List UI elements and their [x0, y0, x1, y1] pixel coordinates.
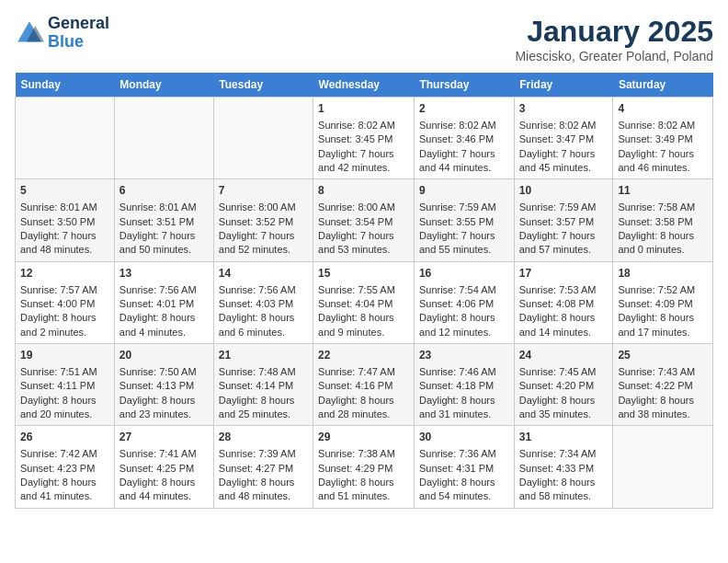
calendar-cell: 20Sunrise: 7:50 AMSunset: 4:13 PMDayligh… [114, 344, 213, 426]
cell-content: Sunrise: 8:02 AM [318, 119, 409, 132]
cell-content: Sunset: 3:47 PM [519, 132, 609, 146]
week-row-2: 12Sunrise: 7:57 AMSunset: 4:00 PMDayligh… [16, 261, 713, 343]
cell-content: Sunrise: 7:58 AM [618, 201, 708, 214]
calendar-cell: 4Sunrise: 8:02 AMSunset: 3:49 PMDaylight… [613, 98, 713, 179]
cell-content: Daylight: 8 hours and 41 minutes. [20, 476, 109, 504]
day-number: 25 [618, 348, 708, 363]
day-number: 18 [618, 266, 708, 282]
calendar-cell: 28Sunrise: 7:39 AMSunset: 4:27 PMDayligh… [213, 426, 313, 508]
calendar-cell: 21Sunrise: 7:48 AMSunset: 4:14 PMDayligh… [213, 344, 313, 426]
calendar-cell: 1Sunrise: 8:02 AMSunset: 3:45 PMDaylight… [313, 98, 415, 179]
day-number: 30 [419, 430, 509, 445]
page-title: January 2025 [515, 15, 713, 49]
week-row-4: 26Sunrise: 7:42 AMSunset: 4:23 PMDayligh… [16, 426, 713, 508]
calendar-cell: 26Sunrise: 7:42 AMSunset: 4:23 PMDayligh… [16, 426, 115, 508]
cell-content: Daylight: 8 hours and 9 minutes. [318, 311, 409, 339]
cell-content: Sunrise: 7:56 AM [219, 283, 308, 297]
cell-content: Sunset: 4:04 PM [318, 297, 409, 311]
cell-content: Daylight: 7 hours and 55 minutes. [419, 229, 509, 258]
cell-content: Sunrise: 7:57 AM [20, 283, 109, 297]
cell-content: Sunrise: 7:41 AM [119, 447, 209, 461]
page-header: General Blue January 2025 Miescisko, Gre… [15, 15, 713, 63]
header-tuesday: Tuesday [213, 73, 313, 98]
cell-content: Sunrise: 7:45 AM [519, 365, 609, 379]
day-number: 19 [20, 348, 109, 363]
cell-content: Sunrise: 7:48 AM [219, 365, 308, 379]
calendar-cell: 23Sunrise: 7:46 AMSunset: 4:18 PMDayligh… [414, 344, 514, 426]
cell-content: Sunset: 4:23 PM [20, 462, 109, 476]
day-number: 3 [519, 101, 609, 117]
day-number: 6 [119, 183, 209, 199]
cell-content: Sunset: 3:46 PM [419, 132, 509, 146]
cell-content: Daylight: 8 hours and 51 minutes. [318, 476, 409, 504]
cell-content: Daylight: 7 hours and 52 minutes. [219, 229, 308, 258]
cell-content: Sunrise: 8:02 AM [618, 119, 708, 132]
cell-content: Sunset: 3:51 PM [119, 215, 209, 229]
cell-content: Sunrise: 8:02 AM [419, 119, 509, 132]
day-number: 24 [519, 348, 609, 363]
calendar-cell: 18Sunrise: 7:52 AMSunset: 4:09 PMDayligh… [613, 261, 713, 343]
cell-content: Daylight: 7 hours and 53 minutes. [318, 229, 409, 258]
cell-content: Sunset: 4:01 PM [119, 297, 209, 311]
cell-content: Daylight: 8 hours and 25 minutes. [219, 394, 308, 422]
cell-content: Daylight: 8 hours and 28 minutes. [318, 394, 409, 422]
week-row-1: 5Sunrise: 8:01 AMSunset: 3:50 PMDaylight… [16, 179, 713, 261]
cell-content: Sunrise: 7:56 AM [119, 283, 209, 297]
calendar-cell [114, 98, 213, 179]
calendar-cell: 6Sunrise: 8:01 AMSunset: 3:51 PMDaylight… [114, 179, 213, 261]
cell-content: Sunset: 4:11 PM [20, 379, 109, 393]
cell-content: Daylight: 8 hours and 0 minutes. [618, 229, 708, 258]
header-wednesday: Wednesday [313, 73, 415, 98]
cell-content: Sunrise: 7:43 AM [618, 365, 708, 379]
cell-content: Sunrise: 8:00 AM [219, 201, 308, 214]
calendar-cell: 25Sunrise: 7:43 AMSunset: 4:22 PMDayligh… [613, 344, 713, 426]
cell-content: Sunrise: 7:36 AM [419, 447, 509, 461]
cell-content: Sunset: 3:50 PM [20, 215, 109, 229]
cell-content: Sunrise: 7:59 AM [419, 201, 509, 214]
calendar-cell: 14Sunrise: 7:56 AMSunset: 4:03 PMDayligh… [213, 261, 313, 343]
cell-content: Daylight: 7 hours and 42 minutes. [318, 147, 409, 176]
cell-content: Sunrise: 8:00 AM [318, 201, 409, 214]
cell-content: Sunrise: 7:47 AM [318, 365, 409, 379]
day-number: 13 [119, 266, 209, 282]
cell-content: Daylight: 7 hours and 57 minutes. [519, 229, 609, 258]
calendar-cell: 2Sunrise: 8:02 AMSunset: 3:46 PMDaylight… [414, 98, 514, 179]
cell-content: Daylight: 8 hours and 20 minutes. [20, 394, 109, 422]
cell-content: Sunrise: 7:38 AM [318, 447, 409, 461]
cell-content: Sunset: 4:27 PM [219, 462, 308, 476]
cell-content: Sunset: 4:13 PM [119, 379, 209, 393]
cell-content: Daylight: 8 hours and 44 minutes. [119, 476, 209, 504]
logo-line1: General [48, 15, 109, 33]
cell-content: Daylight: 7 hours and 50 minutes. [119, 229, 209, 258]
calendar-cell: 29Sunrise: 7:38 AMSunset: 4:29 PMDayligh… [313, 426, 415, 508]
calendar-header-row: SundayMondayTuesdayWednesdayThursdayFrid… [16, 73, 713, 98]
cell-content: Sunrise: 8:01 AM [119, 201, 209, 214]
cell-content: Sunset: 4:09 PM [618, 297, 708, 311]
day-number: 10 [519, 183, 609, 199]
calendar-cell: 31Sunrise: 7:34 AMSunset: 4:33 PMDayligh… [514, 426, 613, 508]
calendar-cell: 22Sunrise: 7:47 AMSunset: 4:16 PMDayligh… [313, 344, 415, 426]
calendar-cell: 12Sunrise: 7:57 AMSunset: 4:00 PMDayligh… [16, 261, 115, 343]
day-number: 22 [318, 348, 409, 363]
cell-content: Daylight: 8 hours and 38 minutes. [618, 394, 708, 422]
cell-content: Sunrise: 7:59 AM [519, 201, 609, 214]
day-number: 14 [219, 266, 308, 282]
day-number: 9 [419, 183, 509, 199]
calendar-cell: 11Sunrise: 7:58 AMSunset: 3:58 PMDayligh… [613, 179, 713, 261]
day-number: 27 [119, 430, 209, 445]
calendar-cell: 13Sunrise: 7:56 AMSunset: 4:01 PMDayligh… [114, 261, 213, 343]
week-row-0: 1Sunrise: 8:02 AMSunset: 3:45 PMDaylight… [16, 98, 713, 179]
calendar-cell: 27Sunrise: 7:41 AMSunset: 4:25 PMDayligh… [114, 426, 213, 508]
cell-content: Sunset: 4:20 PM [519, 379, 609, 393]
day-number: 15 [318, 266, 409, 282]
logo: General Blue [15, 15, 109, 52]
header-monday: Monday [114, 73, 213, 98]
cell-content: Daylight: 8 hours and 54 minutes. [419, 476, 509, 504]
day-number: 8 [318, 183, 409, 199]
day-number: 4 [618, 101, 708, 117]
header-saturday: Saturday [613, 73, 713, 98]
cell-content: Sunset: 3:52 PM [219, 215, 308, 229]
day-number: 21 [219, 348, 308, 363]
calendar-cell: 30Sunrise: 7:36 AMSunset: 4:31 PMDayligh… [414, 426, 514, 508]
title-block: January 2025 Miescisko, Greater Poland, … [515, 15, 713, 63]
